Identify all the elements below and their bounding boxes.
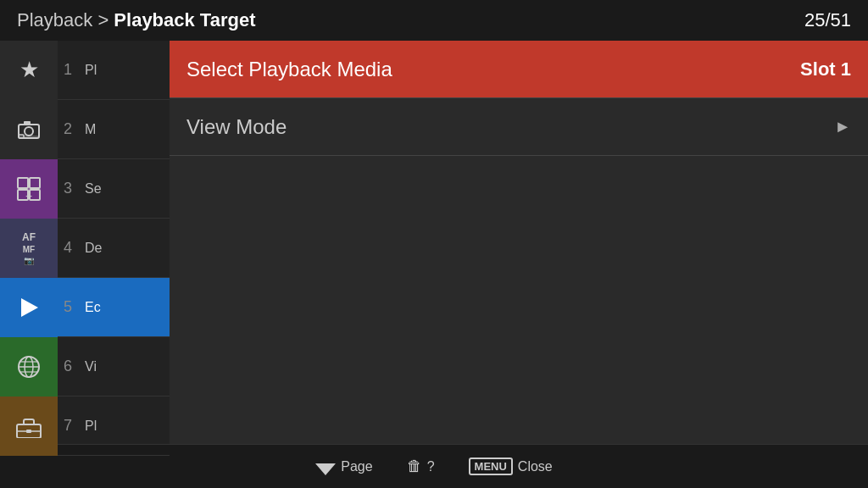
svg-rect-6 xyxy=(30,178,40,188)
sidebar-label-3: Se xyxy=(78,181,102,197)
sidebar-item-2[interactable]: 2 M xyxy=(0,100,170,159)
footer-delete-label: ? xyxy=(427,459,435,474)
sidebar-label-6: Vi xyxy=(78,359,97,374)
footer-page-label: Page xyxy=(341,459,372,474)
menu-item-value-1: Slot 1 xyxy=(800,58,851,80)
sidebar-item-5[interactable]: 5 Ec xyxy=(0,278,170,337)
sidebar-number-1: 1 xyxy=(58,61,78,79)
play-icon xyxy=(0,278,58,337)
sidebar-item-3[interactable]: + 3 Se xyxy=(0,159,170,219)
menu-button-icon: MENU xyxy=(469,458,513,476)
sidebar-item-4[interactable]: AF MF 📷 4 De xyxy=(0,219,170,278)
menu-item-label-2: View Mode xyxy=(186,115,287,139)
header: Playback > Playback Target 25/51 xyxy=(0,0,868,41)
footer-delete: 🗑 ? xyxy=(407,458,435,475)
svg-marker-10 xyxy=(21,298,38,317)
sidebar-label-2: M xyxy=(78,122,96,137)
footer-close-label: Close xyxy=(518,459,553,474)
sidebar-number-5: 5 xyxy=(58,298,78,316)
footer-page: Page xyxy=(315,458,372,475)
sidebar-item-6[interactable]: 6 Vi xyxy=(0,337,170,396)
page-icon xyxy=(315,458,336,475)
menu-item-label-1: Select Playback Media xyxy=(186,58,392,81)
sidebar-number-4: 4 xyxy=(58,239,78,257)
sidebar-item-7[interactable]: 7 Pl xyxy=(0,396,170,456)
custom-icon-3: + xyxy=(0,159,58,219)
sidebar-label-7: Pl xyxy=(78,419,97,434)
sidebar-label-4: De xyxy=(78,241,102,256)
chevron-right-icon: ► xyxy=(834,117,851,136)
footer-close: MENU Close xyxy=(469,458,553,476)
page-counter: 25/51 xyxy=(804,9,851,31)
svg-rect-2 xyxy=(24,121,31,125)
sidebar-number-6: 6 xyxy=(58,358,78,375)
star-icon: ★ xyxy=(0,41,58,100)
sidebar-item-1[interactable]: ★ 1 Pl xyxy=(0,41,170,100)
breadcrumb-current: Playback Target xyxy=(114,9,255,30)
menu-item-view-mode[interactable]: View Mode ► xyxy=(170,98,868,156)
sidebar-number-2: 2 xyxy=(58,120,78,138)
svg-point-1 xyxy=(25,127,33,136)
content-area: Select Playback Media Slot 1 View Mode ► xyxy=(170,41,868,444)
main-layout: ★ 1 Pl 2 M xyxy=(0,41,868,444)
sidebar-number-7: 7 xyxy=(58,417,78,435)
breadcrumb-parent: Playback xyxy=(17,9,92,30)
globe-icon xyxy=(0,337,58,396)
breadcrumb: Playback > Playback Target xyxy=(17,9,255,31)
af-mf-icon: AF MF 📷 xyxy=(0,219,58,278)
toolbox-icon xyxy=(0,396,58,456)
svg-rect-18 xyxy=(26,430,31,433)
camera-icon xyxy=(0,100,58,159)
svg-rect-5 xyxy=(18,178,28,188)
menu-item-select-playback[interactable]: Select Playback Media Slot 1 xyxy=(170,41,868,98)
sidebar-number-3: 3 xyxy=(58,180,78,197)
trash-icon: 🗑 xyxy=(407,458,422,475)
sidebar-label-1: Pl xyxy=(78,63,97,78)
sidebar-label-5: Ec xyxy=(78,300,101,315)
sidebar: ★ 1 Pl 2 M xyxy=(0,41,170,444)
svg-text:+: + xyxy=(25,189,32,202)
breadcrumb-separator: > xyxy=(92,9,114,30)
